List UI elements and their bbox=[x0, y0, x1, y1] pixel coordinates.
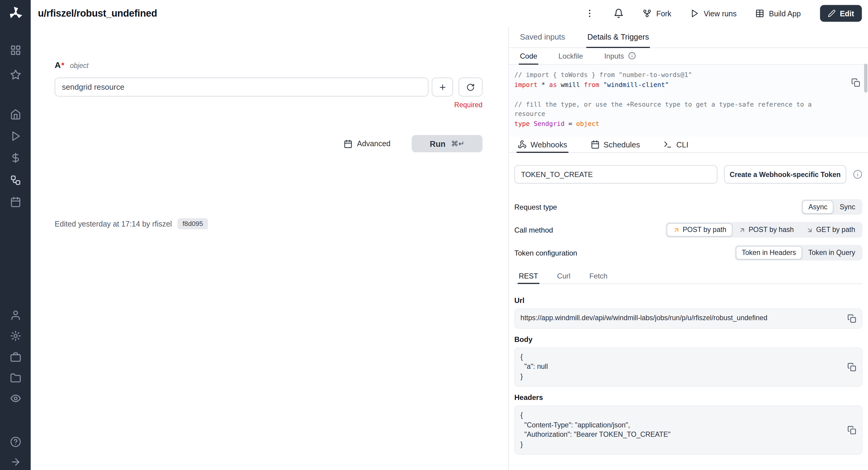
code-token: wmill bbox=[561, 81, 584, 89]
details-panel: Saved inputs Details & Triggers Code Loc… bbox=[508, 27, 868, 470]
sidebar-expand-button[interactable] bbox=[10, 457, 21, 468]
cli-label: CLI bbox=[676, 140, 688, 149]
tab-curl[interactable]: Curl bbox=[556, 268, 571, 284]
request-type-async[interactable]: Async bbox=[802, 200, 834, 214]
version-hash-badge[interactable]: f8d095 bbox=[178, 218, 208, 229]
call-method-get-by-path[interactable]: GET by path bbox=[800, 223, 861, 237]
post-by-hash-label: POST by hash bbox=[749, 226, 794, 234]
sidebar-item-users[interactable] bbox=[10, 310, 21, 321]
pencil-icon bbox=[828, 9, 835, 17]
token-configuration-row: Token configuration Token in Headers Tok… bbox=[514, 245, 863, 261]
call-method-post-by-path[interactable]: POST by path bbox=[666, 223, 733, 237]
tab-saved-inputs[interactable]: Saved inputs bbox=[519, 27, 566, 48]
run-shortcut: ⌘↵ bbox=[451, 139, 465, 148]
tab-schedules[interactable]: Schedules bbox=[590, 137, 641, 153]
sidebar-item-schedules[interactable] bbox=[10, 196, 21, 208]
body-line: { bbox=[520, 352, 842, 362]
tab-details-triggers[interactable]: Details & Triggers bbox=[586, 27, 650, 48]
url-box: https://app.windmill.dev/api/w/windmill-… bbox=[514, 308, 863, 328]
resource-input[interactable] bbox=[55, 77, 429, 97]
code-line: // fill the type, or use the +Resource t… bbox=[514, 100, 860, 109]
tab-webhooks[interactable]: Webhooks bbox=[517, 137, 568, 153]
edit-button[interactable]: Edit bbox=[820, 5, 862, 22]
advanced-button[interactable]: Advanced bbox=[340, 139, 394, 149]
sidebar-item-apps[interactable] bbox=[10, 45, 21, 56]
sidebar-item-favorites[interactable] bbox=[10, 69, 21, 80]
add-resource-button[interactable] bbox=[432, 77, 453, 97]
sidebar bbox=[0, 0, 31, 470]
sidebar-item-variables[interactable] bbox=[10, 152, 21, 163]
refresh-button[interactable] bbox=[459, 77, 482, 97]
tab-inputs-label: Inputs bbox=[604, 52, 624, 60]
request-type-row: Request type Async Sync bbox=[514, 199, 863, 215]
copy-headers-button[interactable] bbox=[847, 426, 857, 435]
code-token: type bbox=[514, 120, 534, 127]
sidebar-item-settings[interactable] bbox=[10, 330, 21, 341]
field-label-row: A * object bbox=[55, 60, 483, 69]
sidebar-item-home[interactable] bbox=[10, 109, 21, 120]
copy-icon bbox=[847, 363, 857, 372]
star-icon bbox=[10, 69, 21, 80]
info-icon bbox=[853, 170, 862, 179]
copy-code-button[interactable] bbox=[851, 78, 861, 87]
call-method-label: Call method bbox=[514, 226, 553, 234]
tab-inputs[interactable]: Inputs bbox=[603, 48, 637, 65]
code-line: // import { toWords } from "number-to-wo… bbox=[514, 70, 860, 80]
fork-button[interactable]: Fork bbox=[643, 9, 672, 18]
refresh-icon bbox=[466, 83, 475, 91]
url-value: https://app.windmill.dev/api/w/windmill-… bbox=[520, 314, 842, 323]
windmill-logo[interactable] bbox=[7, 5, 24, 24]
token-info-button[interactable] bbox=[853, 170, 862, 179]
more-menu-button[interactable] bbox=[585, 8, 595, 19]
terminal-icon bbox=[663, 140, 673, 149]
tab-rest[interactable]: REST bbox=[518, 268, 539, 284]
call-method-post-by-hash[interactable]: POST by hash bbox=[733, 223, 800, 237]
code-line: import * as wmill from "windmill-client" bbox=[514, 80, 860, 90]
copy-url-button[interactable] bbox=[847, 314, 857, 323]
request-type-sync[interactable]: Sync bbox=[834, 200, 861, 214]
copy-icon bbox=[851, 78, 861, 87]
token-in-headers[interactable]: Token in Headers bbox=[736, 246, 802, 259]
top-bar: u/rfiszel/robust_undefined Fork View run… bbox=[31, 0, 868, 27]
boxes-icon bbox=[10, 175, 21, 186]
run-label: Run bbox=[430, 139, 445, 148]
code-comment: resource bbox=[514, 110, 545, 118]
sidebar-item-folders[interactable] bbox=[10, 372, 21, 383]
arrow-right-icon bbox=[10, 457, 21, 468]
sidebar-item-workers[interactable] bbox=[10, 352, 21, 363]
app-window: u/rfiszel/robust_undefined Fork View run… bbox=[0, 0, 868, 470]
create-webhook-token-button[interactable]: Create a Webhook-specific Token bbox=[724, 165, 846, 184]
view-runs-button[interactable]: View runs bbox=[690, 9, 737, 18]
calendar-icon bbox=[10, 196, 21, 208]
tab-cli[interactable]: CLI bbox=[662, 137, 689, 153]
form-actions-row: Advanced Run⌘↵ bbox=[55, 135, 483, 152]
body-box: { "a": null } bbox=[514, 347, 863, 387]
token-configuration-label: Token configuration bbox=[514, 249, 577, 257]
copy-body-button[interactable] bbox=[847, 363, 857, 372]
calendar-icon bbox=[344, 139, 353, 148]
build-app-button[interactable]: Build App bbox=[756, 9, 801, 18]
dollar-icon bbox=[10, 152, 21, 163]
code-token: * bbox=[541, 81, 549, 89]
webhooks-label: Webhooks bbox=[531, 140, 567, 149]
tab-fetch[interactable]: Fetch bbox=[588, 268, 609, 284]
call-method-row: Call method POST by path POST by hash GE… bbox=[514, 222, 863, 238]
sidebar-item-audit-logs[interactable] bbox=[10, 393, 21, 404]
sidebar-item-resources[interactable] bbox=[10, 175, 21, 186]
sidebar-item-help[interactable] bbox=[10, 436, 21, 447]
kebab-menu-icon bbox=[585, 8, 595, 19]
bell-icon bbox=[614, 8, 624, 19]
sidebar-item-runs[interactable] bbox=[10, 130, 21, 142]
webhook-icon bbox=[518, 140, 527, 149]
token-in-query[interactable]: Token in Query bbox=[802, 246, 861, 259]
info-icon bbox=[628, 52, 636, 60]
body-line: "a": null bbox=[520, 362, 842, 372]
token-configuration-toggle: Token in Headers Token in Query bbox=[735, 245, 863, 261]
notifications-button[interactable] bbox=[614, 8, 624, 19]
scrollbar-thumb[interactable] bbox=[864, 64, 867, 93]
tab-code[interactable]: Code bbox=[519, 48, 538, 65]
token-input[interactable] bbox=[514, 165, 717, 184]
briefcase-icon bbox=[10, 352, 21, 363]
tab-lockfile[interactable]: Lockfile bbox=[557, 48, 584, 65]
run-button[interactable]: Run⌘↵ bbox=[412, 135, 483, 152]
